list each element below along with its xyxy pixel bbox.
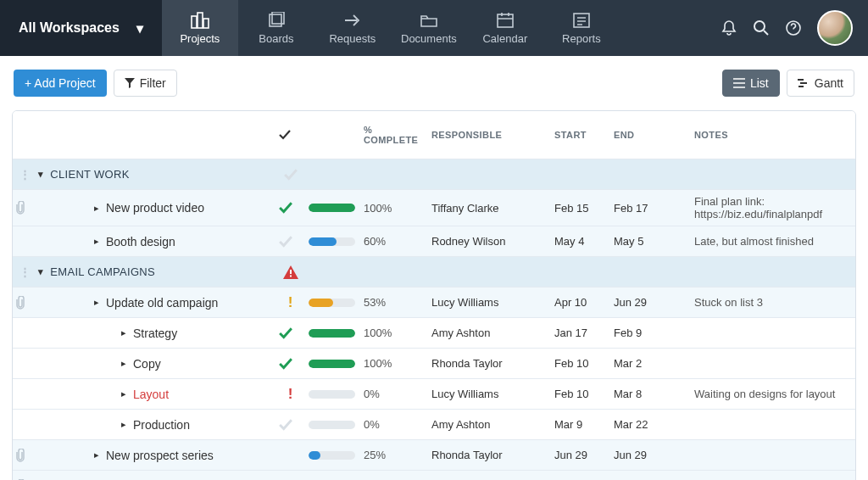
chevron-right-icon[interactable] [94,236,99,247]
nav-right [721,0,868,56]
nav-boards[interactable]: Boards [238,0,314,56]
notes: List has not been received [691,475,855,481]
row-status [275,414,305,436]
project-row[interactable]: Direct mail campaign!20%Jonny LiMay 10Ma… [13,471,855,480]
workspace-label: All Workspaces [19,20,120,36]
row-status: ! [275,289,305,316]
nav-label: Requests [329,32,376,45]
project-row[interactable]: Layout!0%Lucy WilliamsFeb 10Mar 8Waiting… [13,379,855,410]
chevron-right-icon[interactable] [121,419,126,430]
svg-rect-9 [290,270,292,274]
svg-rect-10 [290,275,292,276]
start-date: Mar 9 [551,413,610,436]
row-title: Copy [133,357,161,371]
end-date: Feb 17 [610,197,691,220]
chevron-down-icon[interactable] [38,266,43,277]
col-notes[interactable]: NOTES [691,125,855,145]
attachment-icon [13,291,69,315]
pct-value: 100% [360,352,428,375]
svg-rect-4 [272,12,284,24]
progress-bar [309,451,355,460]
nav-label: Reports [562,32,601,45]
row-status: ! [275,381,305,408]
attachment-icon [13,444,69,467]
view-list-button[interactable]: List [722,70,780,97]
notes: Late, but almost finished [691,230,855,253]
pct-value: 25% [360,444,428,466]
end-date: Mar 22 [610,413,691,436]
view-gantt-button[interactable]: Gantt [787,70,854,97]
top-nav: All Workspaces ▾ Projects Boards Request… [0,0,868,56]
svg-point-7 [754,21,765,31]
chevron-right-icon[interactable] [121,327,126,338]
row-status [275,353,305,375]
project-row[interactable]: Update old campaign!53%Lucy WilliamsApr … [13,287,855,318]
pct-value: 20% [360,475,428,481]
col-status [275,125,305,145]
svg-rect-2 [203,19,209,28]
col-end[interactable]: END [610,125,691,145]
chevron-right-icon[interactable] [121,388,126,399]
end-date: May 10 [610,475,691,481]
group-header[interactable]: ⋮EMAIL CAMPAIGNS [13,257,855,287]
attachment-icon [13,474,69,480]
nav-label: Documents [401,32,457,45]
notifications-icon[interactable] [721,20,737,36]
progress-bar [309,360,355,368]
nav-projects[interactable]: Projects [162,0,238,56]
start-date: May 4 [551,230,610,253]
responsible: Rodney Wilson [428,230,551,253]
view-gantt-label: Gantt [815,76,843,90]
project-row[interactable]: New prospect series25%Rhonda TaylorJun 2… [13,440,855,471]
nav-requests[interactable]: Requests [314,0,391,56]
notes [691,359,855,369]
progress-bar [309,329,355,338]
project-row[interactable]: Copy100%Rhonda TaylorFeb 10Mar 2 [13,349,855,379]
project-row[interactable]: Strategy100%Amy AshtonJan 17Feb 9 [13,318,855,349]
chevron-down-icon: ▾ [136,20,143,36]
responsible: Tiffany Clarke [428,197,551,220]
pct-value: 100% [360,197,428,220]
chevron-right-icon[interactable] [94,297,99,308]
workspace-selector[interactable]: All Workspaces ▾ [0,0,162,56]
pct-value: 60% [360,230,428,253]
notes [691,328,855,338]
end-date: Mar 2 [610,352,691,375]
nav-calendar[interactable]: Calendar [467,0,543,56]
attachment-icon [13,420,69,430]
progress-bar [309,421,355,429]
avatar[interactable] [817,10,853,46]
end-date: Mar 8 [610,382,691,405]
search-icon[interactable] [753,20,770,36]
col-responsible[interactable]: RESPONSIBLE [428,125,551,145]
end-date: Feb 9 [610,321,691,344]
row-title: Update old campaign [106,296,218,310]
project-row[interactable]: Booth design60%Rodney WilsonMay 4May 5La… [13,226,855,257]
add-project-button[interactable]: + Add Project [14,70,107,97]
group-header[interactable]: ⋮CLIENT WORK [13,159,855,190]
chevron-down-icon[interactable] [38,169,43,180]
row-status [275,197,305,219]
start-date: Feb 10 [551,382,610,405]
col-complete[interactable]: % COMPLETE [360,120,428,150]
col-start[interactable]: START [551,125,610,145]
start-date: Apr 10 [551,291,610,314]
project-row[interactable]: Production0%Amy AshtonMar 9Mar 22 [13,410,855,440]
filter-button[interactable]: Filter [114,70,177,97]
row-status [275,450,305,460]
pct-value: 0% [360,382,428,405]
nav-documents[interactable]: Documents [391,0,467,56]
attachment-icon [13,389,69,399]
end-date: Jun 29 [610,291,691,314]
chevron-right-icon[interactable] [94,203,99,214]
filter-icon [125,78,135,88]
start-date: Feb 10 [551,352,610,375]
help-icon[interactable] [785,20,802,36]
boards-icon [267,12,286,29]
chevron-right-icon[interactable] [121,358,126,369]
project-row[interactable]: New product video100%Tiffany ClarkeFeb 1… [13,190,855,226]
nav-reports[interactable]: Reports [543,0,620,56]
chevron-right-icon[interactable] [94,449,99,460]
svg-rect-3 [270,14,281,26]
svg-rect-5 [498,14,513,27]
